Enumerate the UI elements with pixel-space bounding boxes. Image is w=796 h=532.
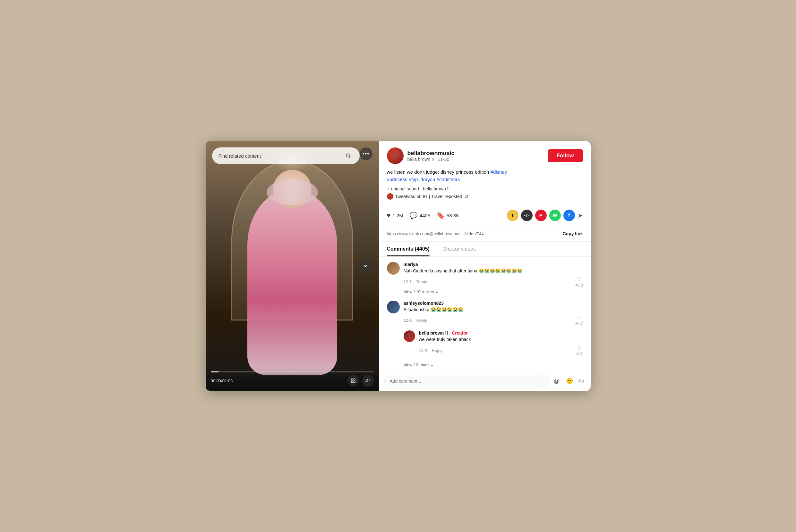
user-subtitle: bella brown !! · 11-30 [408, 157, 455, 162]
more-options-button[interactable]: ••• [360, 148, 373, 160]
comments-count: 4405 [420, 213, 430, 218]
post-comment-button[interactable]: Po [577, 379, 585, 384]
stats-row: ♥ 1.2M 💬 4405 🔖 58.3K T </> P W f ➤ [379, 205, 591, 226]
time-display: 00:03/01:03 [211, 379, 233, 383]
heart-icon: ♥ [387, 212, 391, 219]
comment-body: ashleysolomon823 Situationship 😭😭😭😭😭😭 12… [404, 301, 583, 367]
comment-item: ashleysolomon823 Situationship 😭😭😭😭😭😭 12… [387, 301, 583, 367]
progress-fill [211, 372, 219, 373]
comments-stat[interactable]: 💬 4405 [410, 211, 430, 219]
reply-button[interactable]: Reply [416, 280, 427, 284]
avatar-image: 🎵 [387, 148, 404, 164]
comment-input-row: @ 🙂 Po [379, 371, 591, 391]
copy-link-button[interactable]: Copy link [562, 229, 583, 238]
share-more-button[interactable]: ➤ [578, 211, 583, 219]
emoji-button[interactable]: 🙂 [564, 376, 575, 386]
share-pocket-button[interactable]: P [535, 210, 547, 221]
reply-button[interactable]: Reply [416, 318, 427, 323]
comment-body: bella brown !! · Creator we were truly t… [419, 330, 583, 356]
search-placeholder-text: Find related content [218, 153, 261, 159]
bookmark-icon: 🔖 [437, 211, 445, 219]
search-bar[interactable]: Find related content [212, 148, 360, 164]
chevron-down-icon: ⌄ [430, 362, 434, 367]
svg-rect-3 [354, 379, 355, 380]
hashtag-princess[interactable]: #princess [387, 176, 408, 182]
like-heart-icon[interactable]: ♡ [577, 315, 581, 321]
search-icon[interactable] [343, 151, 353, 161]
bookmarks-count: 58.3K [447, 213, 459, 218]
like-heart-icon[interactable]: ♡ [577, 276, 581, 282]
view-replies-button[interactable]: View 110 replies ⌄ [404, 289, 583, 294]
share-icons-row: T </> P W f ➤ [507, 210, 583, 221]
share-facebook-button[interactable]: f [563, 210, 575, 221]
view-more-button[interactable]: View 12 more ⌄ [404, 362, 583, 367]
repost-icon-symbol: ↺ [464, 194, 468, 200]
bookmarks-stat[interactable]: 🔖 58.3K [437, 211, 459, 219]
comment-username[interactable]: bella brown !! · Creator [419, 330, 583, 336]
user-info: 🎵 bellabrownmusic bella brown !! · 11-30 [387, 148, 455, 164]
comment-body: mariya Nah Cinderella saying that after … [404, 262, 583, 294]
hashtag-foryou[interactable]: #foryou [419, 176, 435, 182]
progress-bar[interactable] [211, 372, 374, 373]
share-tiktok-button[interactable]: T [507, 210, 519, 221]
commenter-avatar[interactable]: 🎵 [404, 330, 415, 342]
username[interactable]: bellabrownmusic [408, 150, 455, 157]
fullscreen-button[interactable] [347, 375, 359, 386]
at-mention-button[interactable]: @ [551, 376, 562, 386]
video-panel: Find related content ••• 00:03/01:03 [206, 141, 379, 391]
tabs-row: Comments (4405) Creator videos [379, 242, 591, 257]
reply-button[interactable]: Reply [432, 348, 442, 353]
comment-text: we were truly taken aback [419, 337, 583, 343]
sound-text[interactable]: original sound - bella brown !! [391, 186, 450, 191]
comment-username[interactable]: mariya [404, 262, 583, 267]
comment-likes-count: 442 [576, 352, 583, 356]
likes-stat[interactable]: ♥ 1.2M [387, 212, 403, 219]
hashtag-fyp[interactable]: #fyp [409, 176, 418, 182]
hashtag-christmas[interactable]: #christmas [437, 176, 460, 182]
share-embed-button[interactable]: </> [521, 210, 532, 221]
repost-row: Tweetylao on IG | Travel reposted ↺ [387, 193, 583, 200]
post-header: 🎵 bellabrownmusic bella brown !! · 11-30… [379, 141, 591, 205]
svg-rect-2 [351, 379, 353, 380]
comment-likes-count: 46.8 [575, 283, 583, 287]
video-controls-bar: 00:03/01:03 [206, 368, 379, 391]
repost-text: Tweetylao on IG | Travel reposted [395, 194, 462, 199]
comment-date: 12-1 [404, 280, 412, 284]
comment-input[interactable] [384, 375, 549, 387]
volume-button[interactable] [362, 375, 374, 386]
follow-button[interactable]: Follow [548, 149, 583, 162]
hashtag-disney[interactable]: #disney [491, 169, 507, 175]
comment-likes-count: 86.7 [575, 321, 583, 326]
control-buttons [347, 375, 374, 386]
comment-meta: 12-1 Reply ♡ 86.7 [404, 315, 583, 326]
commenter-avatar[interactable] [387, 262, 400, 275]
tab-creator-videos[interactable]: Creator videos [442, 242, 476, 256]
share-whatsapp-button[interactable]: W [549, 210, 561, 221]
avatar[interactable]: 🎵 [387, 148, 404, 164]
comment-like-section: ♡ 442 [576, 345, 583, 356]
user-row: 🎵 bellabrownmusic bella brown !! · 11-30… [387, 148, 583, 164]
comment-like-section: ♡ 86.7 [575, 315, 583, 326]
sound-row: ♪ original sound - bella brown !! [387, 186, 583, 191]
info-panel: 🎵 bellabrownmusic bella brown !! · 11-30… [379, 141, 591, 391]
comment-date: 12-1 [404, 318, 412, 323]
repost-avatar [387, 193, 393, 200]
scroll-down-button[interactable] [358, 259, 373, 273]
comments-section: mariya Nah Cinderella saying that after … [379, 257, 591, 371]
main-container: Find related content ••• 00:03/01:03 [206, 141, 591, 391]
comment-item: mariya Nah Cinderella saying that after … [387, 262, 583, 294]
creator-badge: · Creator [449, 330, 468, 336]
likes-count: 1.2M [392, 213, 403, 218]
comment-text: Situationship 😭😭😭😭😭😭 [404, 307, 583, 313]
like-heart-icon[interactable]: ♡ [577, 345, 582, 351]
commenter-avatar[interactable] [387, 301, 400, 314]
comment-username[interactable]: ashleysolomon823 [404, 301, 583, 306]
svg-point-0 [346, 154, 350, 157]
comment-meta: 12-1 Reply ♡ 46.8 [404, 276, 583, 287]
tab-comments[interactable]: Comments (4405) [387, 242, 430, 256]
caption: we listen we don't judge: disney princes… [387, 169, 583, 183]
comment-meta: 12-2 Reply ♡ 442 [419, 345, 583, 356]
comment-date: 12-2 [419, 348, 427, 353]
svg-rect-5 [351, 381, 353, 383]
link-row: https://www.tiktok.com/@bellabrownmusic/… [379, 226, 591, 242]
